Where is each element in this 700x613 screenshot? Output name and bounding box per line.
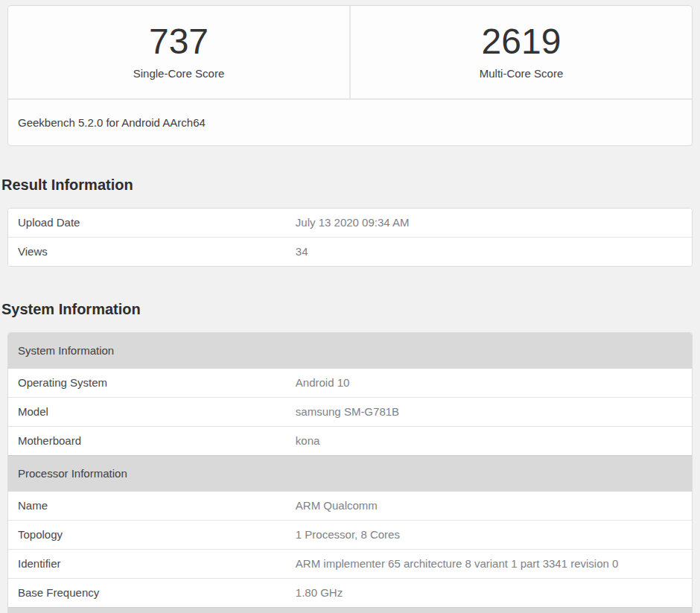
table-row-views: Views 34 [8,237,692,266]
table-row-model: Model samsung SM-G781B [8,397,692,426]
multi-core-score-cell: 2619 Multi-Core Score [349,6,692,98]
row-label: Name [18,499,296,512]
row-value: 1.80 GHz [296,586,682,600]
row-label: Upload Date [18,216,296,229]
table-row-identifier: Identifier ARM implementer 65 architectu… [8,549,692,578]
system-information-heading: System Information [1,300,700,318]
row-value: kona [296,434,682,448]
next-group-header-partial [8,607,692,613]
row-label: Operating System [18,376,296,390]
row-value: ARM implementer 65 architecture 8 varian… [296,557,682,571]
table-row-operating-system: Operating System Android 10 [8,369,692,397]
system-information-group-header: System Information [8,333,692,369]
table-row-motherboard: Motherboard kona [8,426,692,455]
geekbench-version-footer: Geekbench 5.2.0 for Android AArch64 [8,98,692,145]
result-information-table: Upload Date July 13 2020 09:34 AM Views … [7,208,693,267]
table-row-name: Name ARM Qualcomm [8,492,692,520]
row-value: 1 Processor, 8 Cores [296,528,682,541]
single-core-score-cell: 737 Single-Core Score [8,6,349,98]
result-information-heading: Result Information [1,176,700,194]
single-core-score-label: Single-Core Score [8,67,349,80]
score-row: 737 Single-Core Score 2619 Multi-Core Sc… [8,6,692,98]
table-row-upload-date: Upload Date July 13 2020 09:34 AM [8,209,692,237]
row-label: Views [18,245,296,258]
system-information-table: System Information Operating System Andr… [7,332,693,613]
row-label: Motherboard [18,434,296,448]
row-label: Model [18,405,296,419]
single-core-score-value: 737 [8,22,349,62]
row-value: 34 [296,245,682,258]
row-value: samsung SM-G781B [296,405,682,419]
table-row-topology: Topology 1 Processor, 8 Cores [8,520,692,549]
row-label: Base Frequency [18,586,296,600]
row-label: Topology [18,528,296,541]
score-summary-card: 737 Single-Core Score 2619 Multi-Core Sc… [7,5,693,146]
table-row-base-frequency: Base Frequency 1.80 GHz [8,578,692,607]
row-value: Android 10 [296,376,682,390]
multi-core-score-label: Multi-Core Score [351,67,692,80]
row-label: Identifier [18,557,296,571]
processor-information-group-header: Processor Information [8,455,692,492]
row-value: July 13 2020 09:34 AM [296,216,682,229]
row-value: ARM Qualcomm [296,499,682,512]
multi-core-score-value: 2619 [351,22,692,62]
